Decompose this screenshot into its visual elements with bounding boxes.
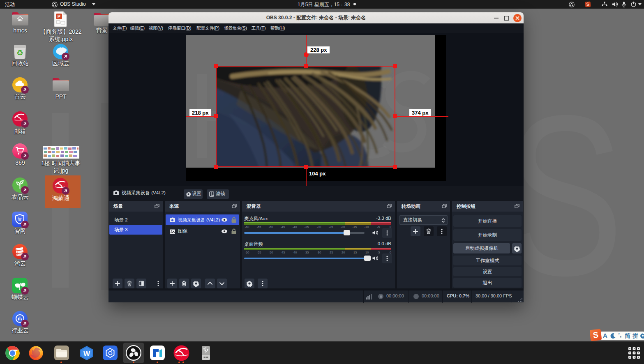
svg-text:P: P	[58, 14, 60, 19]
svg-text:W: W	[83, 350, 90, 358]
svg-text:♻: ♻	[16, 48, 23, 57]
